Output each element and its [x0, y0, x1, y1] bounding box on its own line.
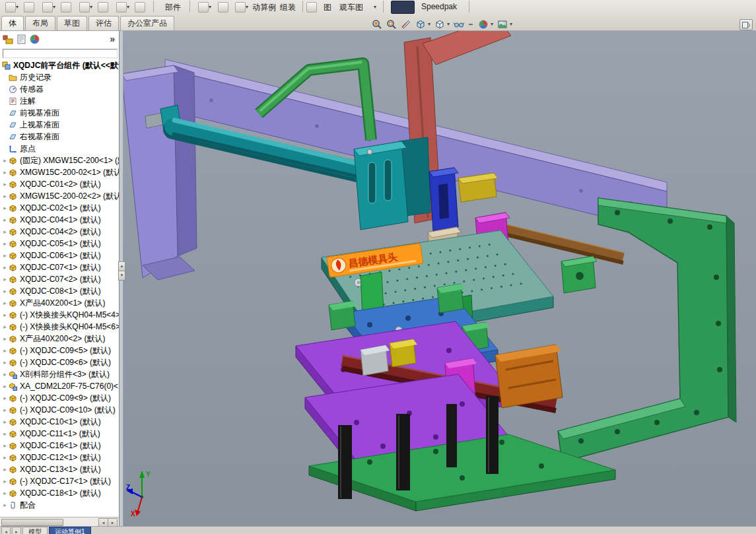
tree-item[interactable]: 前视基准面	[0, 107, 119, 119]
tree-item[interactable]: ▸X剖料部分组件<3> (默认)	[0, 368, 119, 380]
dropdown-caret-icon[interactable]: ▾	[16, 4, 18, 10]
ribbon-icon[interactable]	[306, 2, 317, 13]
ribbon-icon[interactable]	[135, 2, 145, 13]
dropdown-caret-icon[interactable]: ▾	[127, 4, 129, 10]
ribbon-icon[interactable]	[61, 2, 71, 13]
expand-arrow-icon[interactable]: ▸	[1, 169, 9, 176]
expand-arrow-icon[interactable]: ▸	[1, 347, 9, 354]
model-blue-bracket[interactable]	[429, 168, 458, 231]
ribbon-button-label[interactable]: 组装	[280, 2, 296, 13]
tree-item[interactable]: ▸XQDJC-C04<2> (默认)	[0, 226, 119, 238]
expand-arrow-icon[interactable]: ▸	[1, 288, 9, 294]
tree-item[interactable]: 上视基准面	[0, 119, 119, 131]
expand-arrow-icon[interactable]: ▸	[1, 217, 9, 223]
expand-arrow-icon[interactable]: ▸	[1, 442, 9, 449]
collapse-taskpane-button[interactable]	[739, 19, 753, 30]
expand-arrow-icon[interactable]: ▸	[1, 276, 9, 283]
tree-item[interactable]: ▸(-) XQDJC-C09<6> (默认)	[0, 356, 119, 368]
model-gray-block[interactable]	[361, 345, 390, 376]
tree-item[interactable]: ▸XQDJC-C08<1> (默认)	[0, 285, 119, 297]
expand-arrow-icon[interactable]: ▸	[1, 157, 9, 164]
tab-草图[interactable]: 草图	[57, 16, 87, 30]
configurationmanager-tab-icon[interactable]	[29, 34, 40, 45]
expand-arrow-icon[interactable]: ▸	[1, 383, 9, 389]
model-yellow-block[interactable]	[390, 339, 417, 367]
tree-item[interactable]: ▸XQDJC-C16<1> (默认)	[0, 440, 119, 451]
ribbon-icon[interactable]	[235, 2, 246, 13]
study-tab-运动算例1[interactable]: 运动算例1	[49, 527, 91, 534]
expand-arrow-icon[interactable]: ▸	[1, 430, 9, 437]
model-orange-block[interactable]	[495, 345, 563, 408]
model-gold-block[interactable]	[458, 173, 498, 202]
study-tab-模型[interactable]: 模型	[22, 527, 48, 534]
tree-item[interactable]: ▸XQDJC-C04<1> (默认)	[0, 214, 119, 226]
expand-arrow-icon[interactable]: ▸	[1, 335, 9, 342]
panel-horizontal-scrollbar[interactable]: ◂ ▸	[0, 517, 119, 527]
ribbon-button-label[interactable]: 部件	[165, 2, 181, 13]
expand-arrow-icon[interactable]: ▸	[1, 252, 9, 259]
dropdown-caret-icon[interactable]: ▾	[447, 21, 450, 27]
tab-评估[interactable]: 评估	[88, 16, 119, 30]
ribbon-icon[interactable]	[98, 2, 108, 13]
tree-item[interactable]: ▸XA_CDM2L20F-75-C76(0)<1>	[0, 380, 119, 392]
expand-arrow-icon[interactable]: ▸	[1, 478, 9, 484]
tree-item[interactable]: 历史记录	[0, 71, 119, 83]
ribbon-button-label[interactable]: 动算例	[252, 2, 276, 13]
tree-item[interactable]: ▸(固定) XMGW15C-200<1> (默	[0, 154, 119, 166]
ribbon-pressed-button[interactable]	[391, 1, 415, 14]
tree-item[interactable]: 右视基准面	[0, 131, 119, 143]
tree-item[interactable]: ▸XQDJC-C12<1> (默认)	[0, 451, 119, 463]
hide-show-icon[interactable]	[453, 18, 464, 30]
view-orientation-icon[interactable]	[415, 18, 426, 30]
ribbon-icon[interactable]	[116, 2, 127, 13]
expand-arrow-icon[interactable]: ▸	[1, 323, 9, 330]
tree-item[interactable]: ▸(-) XQDJC-C17<1> (默认)	[0, 475, 119, 487]
expand-arrow-icon[interactable]: ▸	[1, 240, 9, 247]
ribbon-button-label[interactable]: Speedpak	[421, 2, 457, 11]
model-tabs-prev-button[interactable]: ◂	[1, 527, 11, 534]
section-view-icon[interactable]	[400, 18, 411, 30]
panel-expand-button[interactable]: »	[110, 34, 116, 44]
tree-item[interactable]: ▸XQDJC-C06<1> (默认)	[0, 250, 119, 261]
edit-appearance-icon[interactable]	[477, 18, 489, 30]
3d-viewport-scene[interactable]: 昌德模具头	[123, 30, 756, 527]
expand-arrow-icon[interactable]: ▸	[1, 300, 9, 306]
tree-item[interactable]: ▸XQDJC-C10<1> (默认)	[0, 416, 119, 428]
tab-办公室产品[interactable]: 办公室产品	[120, 16, 174, 30]
dropdown-caret-icon[interactable]: ▾	[510, 21, 512, 27]
expand-arrow-icon[interactable]: ▸	[1, 205, 9, 211]
expand-arrow-icon[interactable]: ▸	[1, 264, 9, 271]
dropdown-caret-icon[interactable]: ▾	[209, 4, 211, 10]
tree-item[interactable]: ▸(-) XQDJC-C09<10> (默认)	[0, 404, 119, 416]
dropdown-caret-icon[interactable]: ▾	[53, 4, 55, 10]
expand-arrow-icon[interactable]: ▸	[1, 490, 9, 496]
tree-item[interactable]: ▸XQDJC-C13<1> (默认)	[0, 463, 119, 475]
tree-item[interactable]: ▸XMGW15C-200-02<1> (默认)	[0, 166, 119, 178]
tree-item[interactable]: ▸XQDJC-C07<1> (默认)	[0, 261, 119, 273]
splitter-up-arrow[interactable]: ▲	[118, 261, 125, 271]
ribbon-icon[interactable]	[79, 2, 90, 13]
tree-item[interactable]: ▸(-) XQDJC-C09<9> (默认)	[0, 392, 119, 404]
tree-item[interactable]: ▸(-) X快换接头KQH04-M5<6> (	[0, 321, 119, 333]
model-green-frame[interactable]	[558, 198, 736, 462]
expand-arrow-icon[interactable]: ▸	[1, 454, 9, 461]
ribbon-icon[interactable]	[24, 2, 34, 13]
tree-item[interactable]: 注解	[0, 95, 119, 107]
expand-arrow-icon[interactable]: ▸	[1, 359, 9, 366]
tree-item[interactable]: ▸(-) X快换接头KQH04-M5<4> (	[0, 309, 119, 321]
expand-arrow-icon[interactable]: ▸	[1, 371, 9, 378]
tree-item[interactable]: ▸XQDJC-C02<1> (默认)	[0, 202, 119, 214]
dropdown-caret-icon[interactable]: ▾	[491, 21, 493, 27]
display-style-icon[interactable]	[434, 18, 445, 30]
tree-item[interactable]: ▸XMGW15C-200-02<2> (默认)	[0, 190, 119, 202]
dropdown-caret-icon[interactable]: ▾	[246, 4, 248, 10]
tab-体[interactable]: 体	[1, 16, 24, 30]
expand-arrow-icon[interactable]: ▸	[1, 502, 9, 508]
tree-item[interactable]: ▸XQDJC-C01<2> (默认)	[0, 178, 119, 190]
tree-item[interactable]: ▸配合	[0, 499, 119, 511]
ribbon-icon[interactable]	[5, 2, 16, 13]
expand-arrow-icon[interactable]: ▸	[1, 228, 9, 235]
expand-arrow-icon[interactable]: ▸	[1, 193, 9, 199]
dropdown-caret-icon[interactable]: ▾	[90, 4, 92, 10]
expand-arrow-icon[interactable]: ▸	[1, 407, 9, 413]
